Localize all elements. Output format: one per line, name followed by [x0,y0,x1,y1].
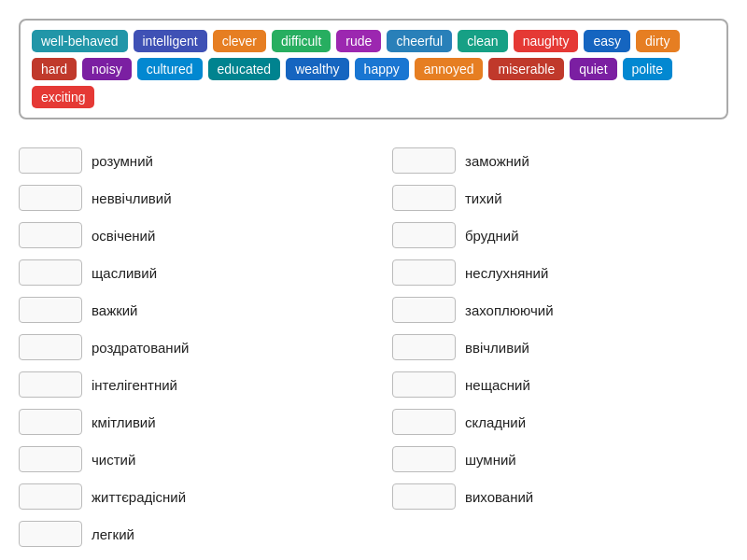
word-chip-noisy[interactable]: noisy [82,58,132,80]
match-row-right-0: заможний [392,142,728,179]
ukrainian-word-left-0: розумний [92,153,153,169]
answer-box-right-5[interactable] [392,334,456,360]
ukrainian-word-left-8: чистий [92,452,135,468]
match-row-left-10: легкий [19,515,355,553]
ukrainian-word-right-3: неслухняний [465,265,548,281]
word-chip-cultured[interactable]: cultured [137,58,203,80]
word-chip-polite[interactable]: polite [623,58,672,80]
answer-box-left-1[interactable] [19,185,82,211]
match-row-left-3: щасливий [19,254,355,291]
answer-box-left-5[interactable] [19,334,82,360]
ukrainian-word-right-5: ввічливий [465,340,529,356]
match-row-right-1: тихий [392,179,728,217]
ukrainian-word-left-1: неввічливий [92,190,172,206]
word-chip-exciting[interactable]: exciting [32,86,94,108]
ukrainian-word-left-2: освічений [92,228,155,244]
answer-box-left-2[interactable] [19,222,82,248]
match-row-left-6: інтелігентний [19,366,355,403]
ukrainian-word-right-7: складний [465,414,526,430]
ukrainian-word-left-6: інтелігентний [92,377,177,393]
match-row-left-4: важкий [19,291,355,329]
answer-box-right-2[interactable] [392,222,456,248]
match-row-left-9: життєрадісний [19,478,355,515]
word-chip-educated[interactable]: educated [208,58,281,80]
answer-box-right-7[interactable] [392,409,456,435]
match-row-left-5: роздратований [19,329,355,366]
word-chip-difficult[interactable]: difficult [272,30,331,52]
ukrainian-word-right-4: захоплюючий [465,302,554,318]
match-row-right-2: брудний [392,217,728,254]
answer-box-left-4[interactable] [19,297,82,323]
answer-box-right-9[interactable] [392,483,456,510]
answer-box-left-7[interactable] [19,409,82,435]
ukrainian-word-right-1: тихий [465,190,502,206]
word-chip-easy[interactable]: easy [584,30,630,52]
answer-box-right-0[interactable] [392,147,456,174]
match-row-left-2: освічений [19,217,355,254]
word-chip-clever[interactable]: clever [213,30,266,52]
word-chip-dirty[interactable]: dirty [636,30,679,52]
ukrainian-word-right-9: вихований [465,489,533,505]
ukrainian-word-right-6: нещасний [465,377,530,393]
ukrainian-word-left-5: роздратований [92,340,189,356]
word-chip-cheerful[interactable]: cheerful [387,30,452,52]
match-row-left-0: розумний [19,142,355,179]
word-chip-quiet[interactable]: quiet [570,58,616,80]
ukrainian-word-left-9: життєрадісний [92,489,186,505]
word-chip-naughty[interactable]: naughty [514,30,579,52]
word-chip-hard[interactable]: hard [32,58,77,80]
match-row-right-9: вихований [392,478,728,515]
answer-box-left-8[interactable] [19,446,82,472]
answer-box-right-4[interactable] [392,297,456,323]
match-area: розумнийневвічливийосвіченийщасливийважк… [19,142,728,553]
match-row-left-8: чистий [19,441,355,478]
word-chip-well-behaved[interactable]: well-behaved [32,30,128,52]
ukrainian-word-left-10: легкий [92,526,134,542]
answer-box-right-1[interactable] [392,185,456,211]
match-row-right-3: неслухняний [392,254,728,291]
match-row-right-8: шумний [392,441,728,478]
word-bank: well-behavedintelligentcleverdifficultru… [19,19,728,119]
word-chip-rude[interactable]: rude [336,30,381,52]
ukrainian-word-left-4: важкий [92,302,138,318]
answer-box-right-8[interactable] [392,446,456,472]
answer-box-left-3[interactable] [19,259,82,286]
left-column: розумнийневвічливийосвіченийщасливийважк… [19,142,355,553]
word-chip-intelligent[interactable]: intelligent [134,30,207,52]
match-row-right-7: складний [392,403,728,441]
ukrainian-word-left-7: кмітливий [92,414,156,430]
answer-box-left-6[interactable] [19,371,82,398]
match-row-right-6: нещасний [392,366,728,403]
word-chip-miserable[interactable]: miserable [488,58,564,80]
match-row-right-4: захоплюючий [392,291,728,329]
ukrainian-word-right-2: брудний [465,228,519,244]
word-chip-wealthy[interactable]: wealthy [286,58,348,80]
match-row-right-5: ввічливий [392,329,728,366]
answer-box-left-9[interactable] [19,483,82,510]
ukrainian-word-right-0: заможний [465,153,529,169]
right-column: заможнийтихийбруднийнеслухнянийзахоплююч… [392,142,728,553]
answer-box-left-10[interactable] [19,521,82,547]
ukrainian-word-right-8: шумний [465,452,516,468]
match-row-left-7: кмітливий [19,403,355,441]
answer-box-right-6[interactable] [392,371,456,398]
word-chip-clean[interactable]: clean [458,30,507,52]
answer-box-left-0[interactable] [19,147,82,174]
word-chip-happy[interactable]: happy [355,58,409,80]
match-row-left-1: неввічливий [19,179,355,217]
word-chip-annoyed[interactable]: annoyed [415,58,484,80]
ukrainian-word-left-3: щасливий [92,265,157,281]
answer-box-right-3[interactable] [392,259,456,286]
